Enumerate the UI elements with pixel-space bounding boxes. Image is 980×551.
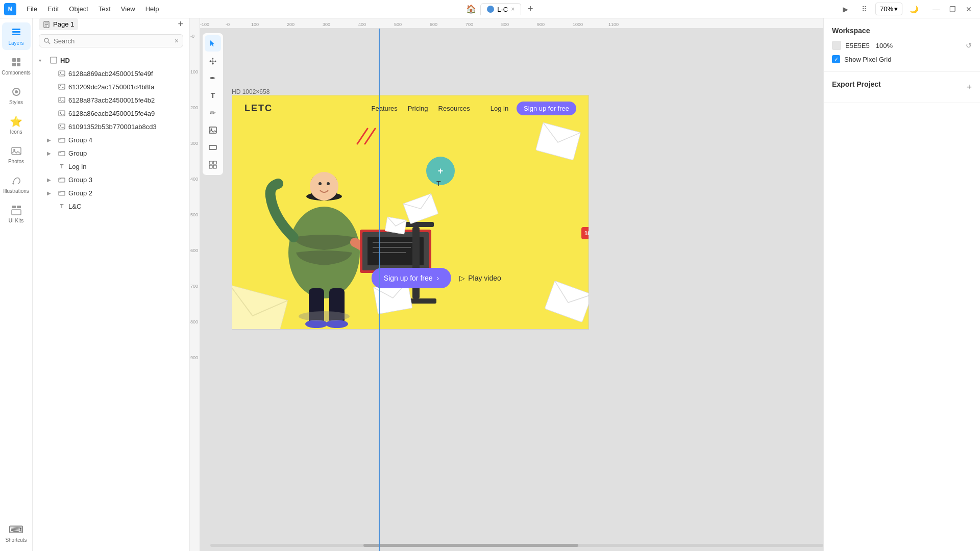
- tab-add-btn[interactable]: +: [523, 2, 537, 16]
- layer-login[interactable]: T Log in: [33, 160, 189, 173]
- layer-img1[interactable]: 6128a869acb24500015fe49f: [33, 67, 189, 80]
- scrollbar-thumb[interactable]: [363, 544, 578, 547]
- text-tool[interactable]: T: [205, 87, 221, 104]
- layer-img4[interactable]: 6128a86eacb24500015fe4a9: [33, 107, 189, 120]
- search-input[interactable]: [54, 37, 172, 45]
- group-name: Group: [68, 149, 183, 157]
- zoom-chevron: ▾: [894, 5, 898, 13]
- svg-rect-63: [536, 122, 581, 160]
- group3-icon: [57, 175, 66, 184]
- search-clear-btn[interactable]: ×: [175, 37, 179, 45]
- svg-rect-6: [17, 63, 20, 66]
- dark-mode-btn[interactable]: 🌙: [906, 2, 921, 16]
- sidebar-item-illustrations[interactable]: Illustrations: [2, 170, 31, 198]
- pixel-grid-checkbox[interactable]: ✓: [832, 55, 840, 63]
- ruler-mark: -0: [226, 22, 230, 27]
- menu-help[interactable]: Help: [141, 3, 163, 15]
- styles-label: Styles: [9, 99, 23, 105]
- login-name: Log in: [68, 163, 183, 170]
- grid-tool[interactable]: [205, 157, 221, 173]
- img2-icon: [57, 82, 66, 91]
- menu-edit[interactable]: Edit: [43, 3, 63, 15]
- menu-file[interactable]: File: [22, 3, 41, 15]
- grid-view-btn[interactable]: ⠿: [857, 2, 871, 16]
- svg-rect-39: [209, 161, 212, 164]
- icons-label: Icons: [10, 129, 22, 135]
- export-add-btn[interactable]: +: [966, 82, 972, 93]
- group2-icon: [57, 188, 66, 197]
- svg-rect-2: [12, 29, 20, 30]
- workspace-color-row: E5E5E5 100% ↺: [832, 41, 972, 50]
- layers-icon: [10, 27, 22, 39]
- layer-hd[interactable]: ▾ HD: [33, 54, 189, 67]
- refresh-btn[interactable]: ↺: [966, 41, 972, 49]
- tab-label: L-C: [497, 6, 508, 13]
- signup-cta-btn[interactable]: Sign up for free ›: [372, 268, 451, 288]
- sidebar-item-uikits[interactable]: UI Kits: [2, 200, 31, 228]
- ruler-mark: 300: [323, 22, 330, 27]
- ruler-mark: 1000: [573, 22, 583, 27]
- svg-point-29: [60, 112, 61, 113]
- layer-lc[interactable]: T L&C: [33, 199, 189, 213]
- uikits-icon: [10, 204, 22, 216]
- play-video-btn[interactable]: ▷ Play video: [459, 274, 501, 282]
- layer-group3[interactable]: ▶ Group 3: [33, 173, 189, 186]
- layer-img5[interactable]: 61091352b53b770001ab8cd3: [33, 120, 189, 133]
- layer-img3[interactable]: 6128a873acb24500015fe4b2: [33, 93, 189, 107]
- img1-icon: [57, 69, 66, 78]
- layer-group2[interactable]: ▶ Group 2: [33, 186, 189, 199]
- select-tool[interactable]: [205, 35, 221, 52]
- nav-pricing: Pricing: [408, 105, 428, 112]
- img2-name: 613209dc2ac1750001d4b8fa: [68, 83, 183, 91]
- svg-rect-42: [213, 165, 216, 168]
- zoom-value: 70%: [880, 5, 893, 13]
- restore-btn[interactable]: ❐: [945, 2, 960, 16]
- background-color-swatch[interactable]: [832, 41, 841, 50]
- img3-icon: [57, 95, 66, 105]
- ruler-horizontal: -100 -0 100 200 300 400 500 600 700 800 …: [200, 18, 823, 29]
- tab-close-btn[interactable]: ×: [511, 6, 514, 13]
- sidebar-item-photos[interactable]: Photos: [2, 141, 31, 168]
- minimize-btn[interactable]: —: [929, 2, 943, 16]
- main-layout: Layers Components Styles: [0, 18, 980, 551]
- sidebar-item-icons[interactable]: ⭐ Icons: [2, 111, 31, 139]
- pixel-grid-row: ✓ Show Pixel Grid: [832, 55, 972, 63]
- move-tool[interactable]: [205, 53, 221, 69]
- pen-tool[interactable]: ✒: [205, 70, 221, 86]
- ruler-mark: 800: [501, 22, 509, 27]
- zoom-control[interactable]: 70% ▾: [875, 3, 902, 15]
- sidebar-item-layers[interactable]: Layers: [2, 22, 31, 50]
- pencil-tool[interactable]: ✏: [205, 105, 221, 121]
- menu-view[interactable]: View: [117, 3, 139, 15]
- svg-rect-4: [17, 58, 20, 62]
- export-section: Export Project +: [824, 72, 980, 103]
- svg-rect-65: [385, 217, 406, 234]
- layer-img2[interactable]: 613209dc2ac1750001d4b8fa: [33, 80, 189, 93]
- svg-rect-33: [59, 152, 65, 156]
- pages-bar: Page 1 +: [33, 18, 189, 34]
- layer-group[interactable]: ▶ Group: [33, 146, 189, 160]
- sidebar-item-components[interactable]: Components: [2, 52, 31, 80]
- horizontal-scrollbar[interactable]: [210, 544, 823, 547]
- play-btn[interactable]: ▶: [839, 2, 853, 16]
- svg-point-37: [211, 129, 212, 130]
- layer-group4[interactable]: ▶ Group 4: [33, 133, 189, 146]
- home-tab[interactable]: 🏠: [464, 2, 478, 16]
- envelope-top-right: [534, 121, 582, 164]
- sidebar-item-styles[interactable]: Styles: [2, 82, 31, 109]
- image-tool[interactable]: [205, 122, 221, 138]
- img1-name: 6128a869acb24500015fe49f: [68, 70, 183, 78]
- close-btn[interactable]: ✕: [962, 2, 976, 16]
- page-1[interactable]: Page 1: [39, 18, 78, 30]
- main-tab[interactable]: L-C ×: [480, 3, 521, 15]
- design-frame[interactable]: LETC Features Pricing Resources Log in S…: [232, 95, 589, 330]
- svg-point-23: [60, 72, 61, 73]
- workspace-section: Workspace E5E5E5 100% ↺ ✓ Show Pixel Gri…: [824, 18, 980, 72]
- menu-text[interactable]: Text: [94, 3, 115, 15]
- menu-object[interactable]: Object: [65, 3, 92, 15]
- sidebar-item-shortcuts[interactable]: ⌨ Shortcuts: [2, 519, 31, 547]
- frame-nav-links: Features Pricing Resources: [371, 105, 470, 112]
- add-page-btn[interactable]: +: [178, 19, 183, 30]
- rect-tool[interactable]: [205, 139, 221, 156]
- frame-login: Log in: [491, 105, 508, 112]
